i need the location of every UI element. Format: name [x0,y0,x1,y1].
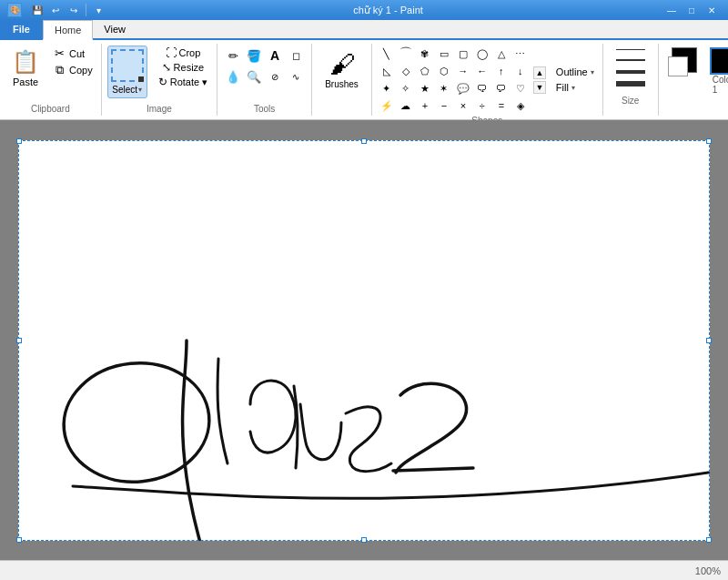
rotate-button[interactable]: ↻ Rotate ▾ [155,75,211,89]
window-controls: — □ ✕ [662,3,721,17]
active-color1 [710,47,728,75]
shape-rect[interactable]: ▭ [435,46,453,62]
ribbon-tabs: File Home View [0,20,728,40]
rotate-label: Rotate ▾ [170,76,207,88]
shape-star5[interactable]: ★ [416,80,434,97]
tab-file[interactable]: File [0,20,43,38]
select-tool-button[interactable]: Select ▾ [107,46,147,98]
shape-4arrow[interactable]: ✦ [378,80,396,97]
shapes-scroll-down[interactable]: ▼ [533,81,546,94]
shape-callout3[interactable]: 🗩 [492,80,511,97]
shape-line[interactable]: ╲ [378,46,396,62]
size-line-3[interactable] [616,70,645,74]
minimize-button[interactable]: — [662,3,681,17]
shape-eq[interactable]: = [492,97,511,114]
image-label: Image [147,104,172,114]
size-lines [616,49,645,86]
select-dropdown-icon: ▾ [138,86,142,94]
shape-hexagon[interactable]: ⬡ [435,63,453,79]
size-group: Size [603,44,659,116]
color2-swatch[interactable] [668,56,688,76]
paste-label: Paste [13,76,38,87]
clipboard-label: Clipboard [31,104,70,114]
size-line-1[interactable] [616,49,645,50]
color1-button[interactable]: Color1 [710,47,728,95]
window-title: chữ ký 1 - Paint [114,5,662,16]
tools-group: ✏ 🪣 A ◻ 💧 🔍 ⊘ ∿ Tools [217,44,312,116]
status-zoom: 100% [695,565,721,576]
fill-button[interactable]: Fill ▾ [553,81,597,94]
shape-triangle[interactable]: △ [492,46,511,62]
close-button[interactable]: ✕ [703,3,721,17]
shapes-scroll-buttons: ▲ ▼ [533,66,546,94]
shape-ellipse[interactable]: ◯ [473,46,491,62]
title-bar: 🎨 💾 ↩ ↪ ▾ chữ ký 1 - Paint — □ ✕ [0,0,728,20]
shape-curve[interactable]: ⌒ [397,46,415,62]
eraser-tool[interactable]: ◻ [286,46,306,66]
crop-label: Crop [179,47,201,58]
copy-button[interactable]: ⧉ Copy [49,62,96,78]
shape-more[interactable]: ⋯ [511,46,530,62]
brushes-button[interactable]: 🖌 Brushes [318,46,366,93]
outline-button[interactable]: Outline ▾ [553,66,597,78]
resize-button[interactable]: ⤡ Resize [158,60,208,75]
shape-misc[interactable]: ◈ [511,97,530,114]
color1-label: Color1 [713,75,728,95]
customize-quick-access[interactable]: ▾ [90,2,106,18]
brushes-group: 🖌 Brushes [312,44,372,116]
canvas-container[interactable] [0,120,728,560]
fill-label: Fill [556,82,569,93]
quick-save-button[interactable]: 💾 [29,2,46,18]
image-buttons: ⛶ Crop ⤡ Resize ↻ Rotate ▾ [155,46,211,89]
shape-callout1[interactable]: 💬 [454,80,472,97]
shape-diamond[interactable]: ◇ [397,63,415,79]
size-label: Size [622,96,639,106]
shape-callout2[interactable]: 🗨 [473,80,491,97]
copy-icon: ⧉ [52,63,66,77]
shape-arrow-d[interactable]: ↓ [511,63,530,79]
shape-minus[interactable]: − [435,97,453,114]
cut-label: Cut [69,48,85,59]
shape-divide[interactable]: ÷ [473,97,491,114]
shapes-scroll-up[interactable]: ▲ [533,66,546,79]
brushes-icon: 🖌 [329,49,355,79]
text-tool[interactable]: A [265,46,285,66]
shape-rounded-rect[interactable]: ▢ [454,46,472,62]
drawing-canvas[interactable] [18,140,710,541]
size-line-2[interactable] [616,59,645,61]
clipboard-group: 📋 Paste ✂ Cut ⧉ Copy Clipboard [0,44,102,116]
fill-arrow-icon: ▾ [571,84,575,92]
shape-multiply[interactable]: × [454,97,472,114]
tool-8[interactable]: ∿ [286,66,306,86]
shape-cloud[interactable]: ☁ [397,97,415,114]
shape-plus[interactable]: + [416,97,434,114]
cut-button[interactable]: ✂ Cut [49,46,96,61]
tab-view[interactable]: View [93,20,136,38]
shape-arrow-r[interactable]: → [454,63,472,79]
pencil-tool[interactable]: ✏ [223,46,243,66]
paste-button[interactable]: 📋 Paste [5,46,46,102]
shape-star4[interactable]: ✧ [397,80,415,97]
crop-icon: ⛶ [166,46,177,59]
shape-heart[interactable]: ♡ [511,80,530,97]
magnifier-tool[interactable]: 🔍 [244,66,264,86]
shapes-group: ╲ ⌒ ✾ ▭ ▢ ◯ △ ⋯ ◺ ◇ ⬠ ⬡ → ← ↑ ↓ [372,44,603,116]
fill-tool[interactable]: 🪣 [244,46,264,66]
quick-undo-button[interactable]: ↩ [47,2,64,18]
shape-pentagon[interactable]: ⬠ [416,63,434,79]
tab-home[interactable]: Home [43,20,93,40]
shape-lightning[interactable]: ⚡ [378,97,396,114]
shape-arrow-l[interactable]: ← [473,63,491,79]
shape-arrow-u[interactable]: ↑ [492,63,511,79]
size-line-4[interactable] [616,81,645,86]
shape-star6[interactable]: ✶ [435,80,453,97]
tools-label: Tools [254,104,275,114]
shape-freeform[interactable]: ✾ [416,46,434,62]
paste-icon: 📋 [11,47,40,76]
tool-7[interactable]: ⊘ [265,66,285,86]
crop-button[interactable]: ⛶ Crop [162,46,205,60]
shape-right-tri[interactable]: ◺ [378,63,396,79]
maximize-button[interactable]: □ [682,3,701,17]
color-picker-tool[interactable]: 💧 [223,66,243,86]
quick-redo-button[interactable]: ↪ [66,2,82,18]
